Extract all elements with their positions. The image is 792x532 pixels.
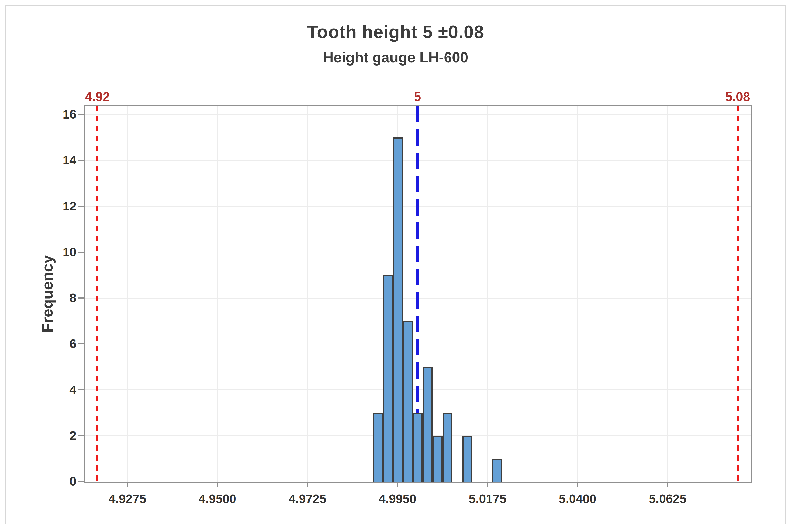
y-tick-mark xyxy=(78,114,84,115)
reference-line-upper-spec-limit xyxy=(737,106,739,481)
x-tick-mark xyxy=(307,481,308,487)
histogram-bar xyxy=(383,275,392,481)
chart-subtitle: Height gauge LH-600 xyxy=(6,49,785,66)
histogram-bar xyxy=(392,137,403,481)
gridline-vertical xyxy=(307,106,308,481)
y-tick-mark xyxy=(78,160,84,161)
x-tick-label: 5.0625 xyxy=(649,492,686,506)
y-tick-label: 10 xyxy=(40,245,76,259)
chart-figure: Tooth height 5 ±0.08 Height gauge LH-600… xyxy=(5,5,786,524)
reference-line-label-lower-spec-limit: 4.92 xyxy=(85,90,110,104)
x-tick-mark xyxy=(217,481,218,487)
histogram-bar xyxy=(423,367,432,481)
x-tick-mark xyxy=(667,481,668,487)
y-tick-mark xyxy=(78,390,84,391)
y-tick-label: 0 xyxy=(40,475,76,489)
reference-line-label-target: 5 xyxy=(414,90,421,104)
histogram-bar xyxy=(403,321,412,481)
histogram-bar xyxy=(412,413,423,481)
x-tick-label: 5.0400 xyxy=(559,492,596,506)
y-tick-label: 14 xyxy=(40,153,76,167)
x-tick-mark xyxy=(127,481,128,487)
x-tick-label: 5.0175 xyxy=(468,492,506,506)
x-tick-mark xyxy=(397,481,398,487)
y-tick-mark xyxy=(78,481,84,482)
x-tick-label: 4.9950 xyxy=(379,492,417,506)
y-tick-mark xyxy=(78,435,84,436)
gridline-vertical xyxy=(127,106,128,481)
x-tick-mark xyxy=(577,481,578,487)
plot-area xyxy=(84,105,752,482)
histogram-bar xyxy=(432,436,442,481)
chart-title: Tooth height 5 ±0.08 xyxy=(6,22,785,42)
reference-line-lower-spec-limit xyxy=(96,106,98,481)
x-tick-label: 4.9500 xyxy=(199,492,236,506)
histogram-bar xyxy=(442,413,453,481)
screenshot-canvas: Tooth height 5 ±0.08 Height gauge LH-600… xyxy=(0,0,792,532)
x-tick-label: 4.9275 xyxy=(109,492,146,506)
reference-line-label-upper-spec-limit: 5.08 xyxy=(725,90,750,104)
histogram-bar xyxy=(493,458,502,481)
gridline-vertical xyxy=(577,106,578,481)
y-tick-label: 4 xyxy=(40,383,76,397)
histogram-bar xyxy=(462,436,473,481)
y-tick-mark xyxy=(78,343,84,344)
histogram-bar xyxy=(372,413,383,481)
y-tick-mark xyxy=(78,298,84,299)
y-tick-mark xyxy=(78,252,84,253)
x-tick-mark xyxy=(487,481,488,487)
gridline-vertical xyxy=(667,106,668,481)
y-tick-label: 16 xyxy=(40,108,76,121)
y-tick-label: 12 xyxy=(40,200,76,213)
y-tick-mark xyxy=(78,206,84,207)
x-tick-label: 4.9725 xyxy=(289,492,327,506)
y-tick-label: 6 xyxy=(40,337,76,351)
y-tick-label: 8 xyxy=(40,291,76,305)
gridline-vertical xyxy=(487,106,488,481)
y-tick-label: 2 xyxy=(40,429,76,443)
gridline-vertical xyxy=(217,106,218,481)
